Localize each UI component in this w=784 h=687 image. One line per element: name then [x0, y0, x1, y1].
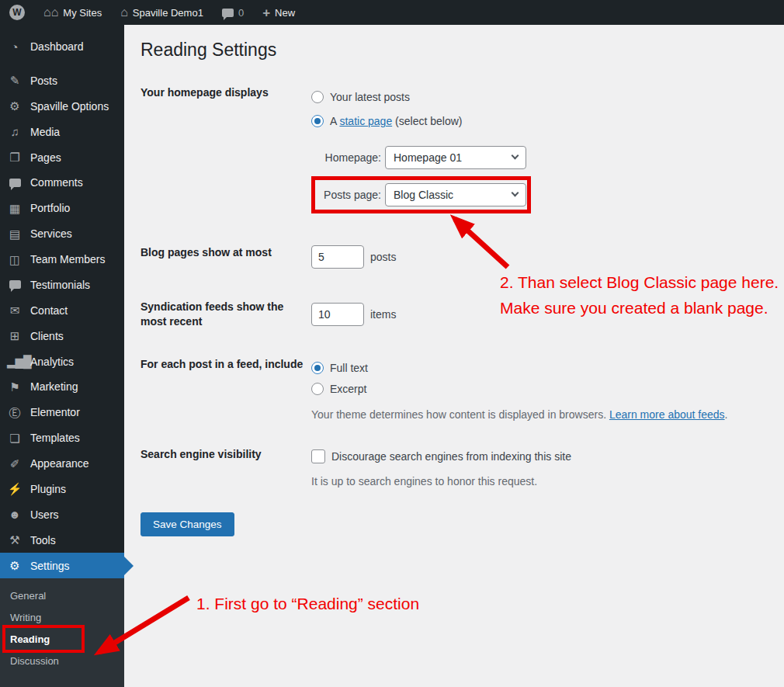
- discourage-checkbox-label: Discourage search engines from indexing …: [331, 450, 571, 463]
- sidebar-item-posts[interactable]: ✎ Posts: [0, 68, 124, 94]
- pages-icon: ❐: [7, 151, 23, 163]
- sidebar-item-dashboard[interactable]: ◔ Dashboard: [0, 34, 124, 60]
- latest-posts-radio[interactable]: [311, 91, 324, 103]
- feed-include-label: For each post in a feed, include: [140, 357, 311, 422]
- save-changes-button[interactable]: Save Changes: [140, 512, 234, 536]
- sidebar-item-label: Media: [30, 126, 60, 138]
- reading-settings-page: Reading Settings Your homepage displays …: [124, 25, 784, 687]
- my-sites-button[interactable]: ⌂⌂ My Sites: [34, 0, 111, 25]
- learn-more-feeds-link[interactable]: Learn more about feeds: [609, 408, 725, 421]
- sidebar-item-testimonials[interactable]: Testimonials: [0, 272, 124, 298]
- sidebar-item-label: Tools: [30, 534, 56, 546]
- sidebar-item-appearance[interactable]: ✐ Appearance: [0, 451, 124, 477]
- submenu-item-label: Writing: [10, 612, 41, 623]
- sidebar-separator: [0, 60, 124, 68]
- sidebar-item-spaville-options[interactable]: ⚙ Spaville Options: [0, 93, 124, 119]
- sliders-icon: ⚙: [7, 560, 23, 571]
- reading-settings-form: Your homepage displays Your latest posts…: [140, 85, 768, 536]
- discourage-option[interactable]: Discourage search engines from indexing …: [311, 447, 768, 466]
- sidebar-item-comments[interactable]: Comments: [0, 170, 124, 196]
- syndication-label: Syndication feeds show the most recent: [140, 300, 311, 330]
- sidebar-item-pages[interactable]: ❐ Pages: [0, 144, 124, 170]
- sidebar-item-label: Portfolio: [30, 202, 70, 214]
- comment-bubble-icon: [222, 9, 234, 17]
- blog-pages-unit: posts: [370, 251, 396, 263]
- sidebar-item-label: Spaville Options: [30, 100, 109, 113]
- posts-page-select[interactable]: Blog Classic: [385, 183, 526, 206]
- full-text-radio[interactable]: [311, 362, 324, 374]
- sidebar-item-label: Testimonials: [30, 279, 90, 291]
- sidebar-item-label: Analytics: [30, 356, 74, 368]
- static-page-link[interactable]: static page: [339, 115, 392, 127]
- new-content-button[interactable]: + New: [253, 0, 304, 25]
- pin-icon: ✎: [7, 75, 23, 86]
- posts-page-select-value: Blog Classic: [394, 189, 453, 201]
- sidebar-item-label: Pages: [30, 151, 61, 164]
- sidebar-item-label: Marketing: [30, 380, 78, 393]
- excerpt-option[interactable]: Excerpt: [311, 378, 768, 399]
- homepage-select[interactable]: Homepage 01: [385, 146, 526, 169]
- sidebar-item-settings[interactable]: ⚙ Settings: [0, 553, 124, 578]
- sidebar-item-label: Appearance: [30, 457, 89, 470]
- homepage-select-label: Homepage:: [317, 151, 381, 164]
- homepage-select-value: Homepage 01: [394, 151, 462, 164]
- comments-button[interactable]: 0: [213, 0, 253, 25]
- bar-chart-icon: ▂▆█: [7, 356, 23, 367]
- sidebar-item-plugins[interactable]: ⚡ Plugins: [0, 477, 124, 502]
- homepage-select-row: Homepage: Homepage 01: [317, 146, 526, 169]
- sidebar-item-portfolio[interactable]: ▦ Portfolio: [0, 196, 124, 221]
- sidebar-item-label: Templates: [30, 432, 80, 444]
- blog-pages-input[interactable]: [311, 245, 364, 269]
- sidebar-item-templates[interactable]: ❏ Templates: [0, 425, 124, 451]
- feed-help-prefix: Your theme determines how content is dis…: [311, 408, 609, 421]
- sidebar-item-team-members[interactable]: ◫ Team Members: [0, 247, 124, 272]
- blog-pages-label: Blog pages show at most: [140, 245, 311, 269]
- excerpt-option-label: Excerpt: [330, 383, 366, 395]
- user-icon: ☻: [7, 508, 23, 520]
- sidebar-item-services[interactable]: ▤ Services: [0, 221, 124, 247]
- discourage-checkbox[interactable]: [311, 449, 325, 463]
- brush-icon: ✐: [7, 458, 23, 470]
- sidebar-item-users[interactable]: ☻ Users: [0, 501, 124, 527]
- dashboard-icon: ◔: [7, 41, 23, 53]
- submenu-item-general[interactable]: General: [0, 585, 124, 606]
- chevron-down-icon: [512, 189, 519, 197]
- static-page-radio[interactable]: [311, 115, 324, 127]
- syndication-input[interactable]: [311, 303, 364, 326]
- sidebar-item-analytics[interactable]: ▂▆█ Analytics: [0, 349, 124, 374]
- sidebar-item-clients[interactable]: ⊞ Clients: [0, 323, 124, 349]
- sidebar-item-label: Team Members: [30, 253, 105, 265]
- submenu-item-writing[interactable]: Writing: [0, 606, 124, 628]
- new-label: New: [275, 7, 295, 19]
- admin-sidebar: ◔ Dashboard ✎ Posts ⚙ Spaville Options ♫…: [0, 25, 124, 687]
- plug-icon: ⚡: [7, 483, 23, 494]
- static-page-option[interactable]: A static page (select below): [311, 109, 768, 134]
- gear-icon: ⚙: [7, 100, 23, 112]
- feed-help-text: Your theme determines how content is dis…: [311, 407, 768, 422]
- static-page-prefix: A: [330, 115, 339, 127]
- sidebar-item-label: Contact: [30, 304, 68, 317]
- submenu-item-label: Discussion: [10, 655, 59, 667]
- latest-posts-option[interactable]: Your latest posts: [311, 85, 768, 109]
- static-page-suffix: (select below): [392, 115, 462, 127]
- site-name-label: Spaville Demo1: [133, 7, 203, 19]
- elementor-icon: Ⓔ: [7, 407, 23, 418]
- sidebar-item-marketing[interactable]: ⚑ Marketing: [0, 374, 124, 400]
- chevron-down-icon: [512, 152, 519, 160]
- full-text-option[interactable]: Full text: [311, 357, 768, 378]
- submenu-item-discussion[interactable]: Discussion: [0, 650, 124, 671]
- submenu-item-reading[interactable]: Reading: [0, 628, 124, 650]
- site-name-button[interactable]: ⌂ Spaville Demo1: [111, 0, 213, 25]
- sidebar-item-tools[interactable]: ⚒ Tools: [0, 527, 124, 553]
- sidebar-item-label: Settings: [30, 560, 70, 572]
- wordpress-menu-button[interactable]: W: [0, 0, 34, 25]
- excerpt-radio[interactable]: [311, 383, 324, 395]
- my-sites-label: My Sites: [63, 7, 102, 19]
- sidebar-item-label: Plugins: [30, 483, 66, 495]
- sidebar-item-contact[interactable]: ✉ Contact: [0, 297, 124, 323]
- tools-icon: ⚒: [7, 534, 23, 546]
- sidebar-item-media[interactable]: ♫ Media: [0, 119, 124, 144]
- sidebar-item-elementor[interactable]: Ⓔ Elementor: [0, 400, 124, 425]
- services-icon: ▤: [7, 228, 23, 240]
- houses-icon: ⌂⌂: [43, 6, 58, 19]
